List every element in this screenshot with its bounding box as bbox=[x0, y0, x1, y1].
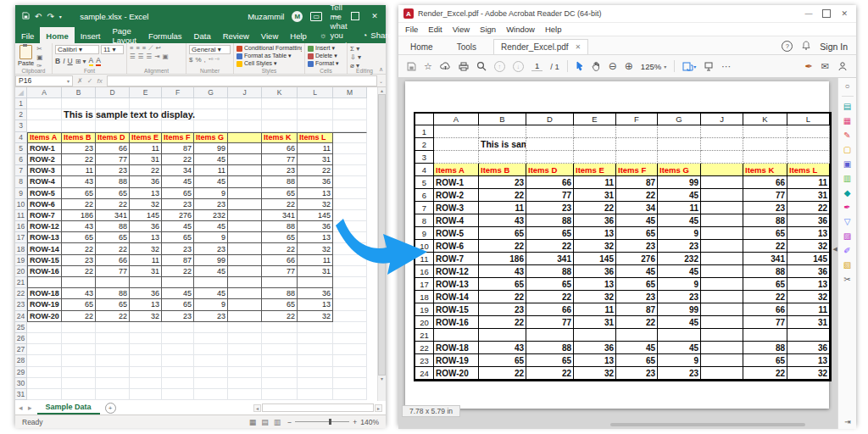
cell[interactable] bbox=[96, 120, 130, 131]
zoom-in-icon[interactable]: ⊕ bbox=[625, 60, 633, 72]
cell[interactable]: Items F bbox=[162, 132, 194, 143]
fit-page-icon[interactable]: ▾ bbox=[682, 62, 696, 71]
sign-pen-icon[interactable]: ✒ bbox=[805, 61, 813, 72]
cell[interactable] bbox=[162, 98, 194, 109]
cell[interactable]: 23 bbox=[162, 243, 194, 254]
cell[interactable]: 66 bbox=[262, 143, 298, 154]
tool-stamp-icon[interactable]: ▨ bbox=[843, 231, 851, 241]
tool-more-tools-icon[interactable]: ✂ bbox=[843, 275, 850, 284]
cell[interactable]: 77 bbox=[262, 154, 298, 165]
autosum-button[interactable]: Σ ▾ bbox=[350, 45, 379, 53]
cell[interactable] bbox=[62, 355, 96, 366]
cell[interactable]: ROW-4 bbox=[27, 176, 62, 187]
select-tool-icon[interactable] bbox=[576, 61, 584, 71]
cell[interactable] bbox=[130, 367, 162, 378]
cut-icon[interactable]: ✂ bbox=[36, 45, 42, 53]
cell[interactable] bbox=[96, 344, 130, 355]
row-header-8[interactable]: 8 bbox=[15, 176, 27, 187]
cell[interactable]: 13 bbox=[130, 299, 162, 310]
row-header-20[interactable]: 20 bbox=[15, 266, 27, 277]
cell[interactable]: 22 bbox=[262, 243, 298, 254]
row-header-31[interactable]: 31 bbox=[15, 389, 27, 400]
cell[interactable] bbox=[298, 344, 333, 355]
indent-icon[interactable]: ⇥ bbox=[154, 53, 159, 60]
cell[interactable] bbox=[194, 355, 228, 366]
cell[interactable]: ROW-12 bbox=[27, 221, 62, 232]
cell[interactable]: 65 bbox=[62, 188, 96, 199]
cell[interactable]: 22 bbox=[162, 154, 194, 165]
cell[interactable] bbox=[228, 98, 262, 109]
fill-button[interactable]: ⇩ ▾ bbox=[350, 53, 379, 61]
cell[interactable] bbox=[130, 98, 162, 109]
cell[interactable] bbox=[262, 355, 298, 366]
excel-tab-help[interactable]: Help bbox=[284, 27, 313, 43]
cell[interactable]: 145 bbox=[130, 210, 162, 221]
cell[interactable]: 65 bbox=[96, 232, 130, 243]
cell[interactable] bbox=[228, 355, 262, 366]
cell[interactable]: 13 bbox=[130, 232, 162, 243]
cell[interactable] bbox=[228, 143, 262, 154]
horizontal-scrollbar[interactable]: ◂▸ bbox=[253, 403, 386, 412]
page-number-input[interactable]: 1 bbox=[531, 61, 542, 71]
cell[interactable]: 65 bbox=[262, 188, 298, 199]
cell[interactable]: 88 bbox=[262, 288, 298, 299]
cell[interactable]: 31 bbox=[130, 266, 162, 277]
cell[interactable]: 11 bbox=[62, 165, 96, 176]
cell[interactable]: 88 bbox=[262, 176, 298, 187]
cell[interactable] bbox=[262, 120, 298, 131]
cell[interactable] bbox=[333, 367, 367, 378]
cell[interactable]: 22 bbox=[162, 266, 194, 277]
cell[interactable] bbox=[194, 333, 228, 344]
cell[interactable] bbox=[228, 120, 262, 131]
cell[interactable] bbox=[162, 378, 194, 389]
cell[interactable] bbox=[262, 344, 298, 355]
collapse-ribbon-icon[interactable]: ∧ bbox=[379, 66, 383, 73]
cell[interactable] bbox=[162, 344, 194, 355]
cell[interactable] bbox=[228, 277, 262, 288]
tool-edit-pdf-icon[interactable]: ✎ bbox=[843, 131, 850, 140]
cell[interactable]: 23 bbox=[194, 243, 228, 254]
cell[interactable] bbox=[333, 288, 367, 299]
cell[interactable] bbox=[333, 143, 367, 154]
cell[interactable] bbox=[228, 322, 262, 333]
cell[interactable]: 9 bbox=[194, 299, 228, 310]
format-as-table-button[interactable]: Format as Table ▾ bbox=[236, 53, 302, 59]
menu-sign[interactable]: Sign bbox=[480, 25, 496, 34]
row-header-9[interactable]: 9 bbox=[15, 188, 27, 199]
cell[interactable]: 77 bbox=[96, 154, 130, 165]
tool-protect-icon[interactable]: ▽ bbox=[844, 217, 851, 226]
cell[interactable] bbox=[228, 232, 262, 243]
orientation-icon[interactable]: ⟋ bbox=[148, 45, 153, 52]
cell[interactable]: 66 bbox=[96, 143, 130, 154]
close-button[interactable]: ✕ bbox=[841, 9, 848, 18]
cell[interactable]: ROW-16 bbox=[27, 266, 62, 277]
cell[interactable] bbox=[96, 378, 130, 389]
cell[interactable] bbox=[162, 277, 194, 288]
column-header-E[interactable]: E bbox=[130, 87, 162, 98]
cell[interactable]: 32 bbox=[130, 311, 162, 322]
open-tools-panel-icon[interactable]: ⇤ bbox=[844, 418, 851, 426]
tool-comment-icon[interactable]: ▢ bbox=[843, 145, 851, 154]
row-header-23[interactable]: 23 bbox=[15, 299, 27, 310]
cell[interactable]: 341 bbox=[262, 210, 298, 221]
cell[interactable] bbox=[96, 367, 130, 378]
cell[interactable] bbox=[228, 243, 262, 254]
cell[interactable] bbox=[298, 109, 333, 120]
cell[interactable] bbox=[228, 299, 262, 310]
cell[interactable] bbox=[298, 322, 333, 333]
cell[interactable]: 23 bbox=[194, 199, 228, 210]
cell[interactable] bbox=[96, 389, 130, 400]
cell[interactable] bbox=[262, 322, 298, 333]
font-color-button[interactable]: A bbox=[96, 56, 101, 66]
cell[interactable]: 276 bbox=[162, 210, 194, 221]
cell[interactable]: 22 bbox=[130, 165, 162, 176]
cell[interactable] bbox=[62, 277, 96, 288]
align-bottom-icon[interactable]: ≡ bbox=[142, 45, 146, 52]
cell[interactable]: ROW-6 bbox=[27, 199, 62, 210]
cell[interactable]: ROW-3 bbox=[27, 165, 62, 176]
close-button[interactable]: ✕ bbox=[369, 12, 381, 20]
tell-me-box[interactable]: ☼Tell me what you want to do bbox=[313, 27, 354, 43]
cell[interactable]: Items K bbox=[262, 132, 298, 143]
font-size-select[interactable]: 11 ▾ bbox=[101, 45, 124, 54]
undo-icon[interactable]: ↶ bbox=[35, 12, 42, 21]
